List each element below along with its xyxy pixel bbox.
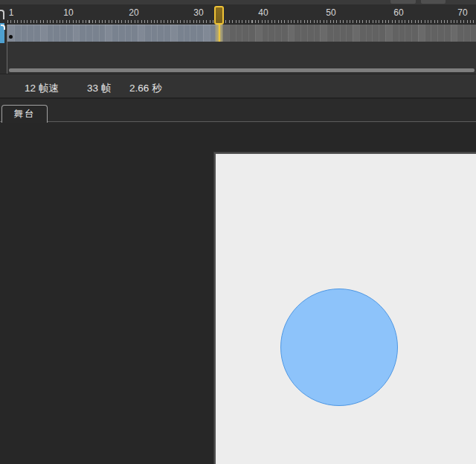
timeline-toolbar-button[interactable]	[390, 0, 416, 4]
elapsed-time-value: 2.66 秒	[129, 82, 162, 95]
ruler-label: 20	[129, 7, 138, 18]
tab-stage-label: 舞台	[14, 108, 36, 120]
layer-icon	[1, 25, 5, 30]
timeline-horizontal-scrollbar[interactable]	[9, 68, 475, 72]
playhead-line	[215, 25, 223, 42]
ruler-label: 50	[326, 7, 335, 18]
frame-rate-value[interactable]: 12 帧速	[25, 82, 59, 95]
layer-frame-span[interactable]	[7, 25, 222, 42]
timeline-status-bar: 12 帧速 33 帧 2.66 秒	[0, 74, 476, 97]
stage-canvas[interactable]	[214, 152, 476, 464]
onion-skin-icon	[0, 10, 4, 19]
tab-bar-baseline	[0, 121, 476, 122]
ruler-label: 70	[457, 7, 467, 18]
frame-ruler[interactable]: 1 10 20 30 40 50 60 70	[0, 4, 476, 25]
selected-layer-edge[interactable]	[0, 23, 4, 43]
circle-object[interactable]	[280, 289, 398, 406]
ruler-label: 1	[9, 7, 14, 18]
timeline-toolbar-button[interactable]	[421, 0, 446, 4]
document-tab-bar: 舞台	[0, 99, 476, 123]
playhead-marker[interactable]	[214, 6, 224, 25]
ruler-label: 40	[258, 7, 268, 18]
keyframe-dot[interactable]	[9, 35, 13, 39]
empty-frames[interactable]	[222, 25, 476, 42]
ruler-label: 30	[193, 7, 203, 18]
stage-work-area[interactable]	[0, 123, 476, 464]
animation-editor-window: 1 10 20 30 40 50 60 70 12 帧速 33 帧 2.66 秒	[0, 0, 476, 464]
ruler-label: 60	[393, 7, 403, 18]
tab-stage[interactable]: 舞台	[1, 105, 48, 123]
ruler-ticks	[7, 20, 476, 23]
ruler-label: 10	[63, 7, 73, 18]
current-frame-value: 33 帧	[87, 82, 111, 95]
